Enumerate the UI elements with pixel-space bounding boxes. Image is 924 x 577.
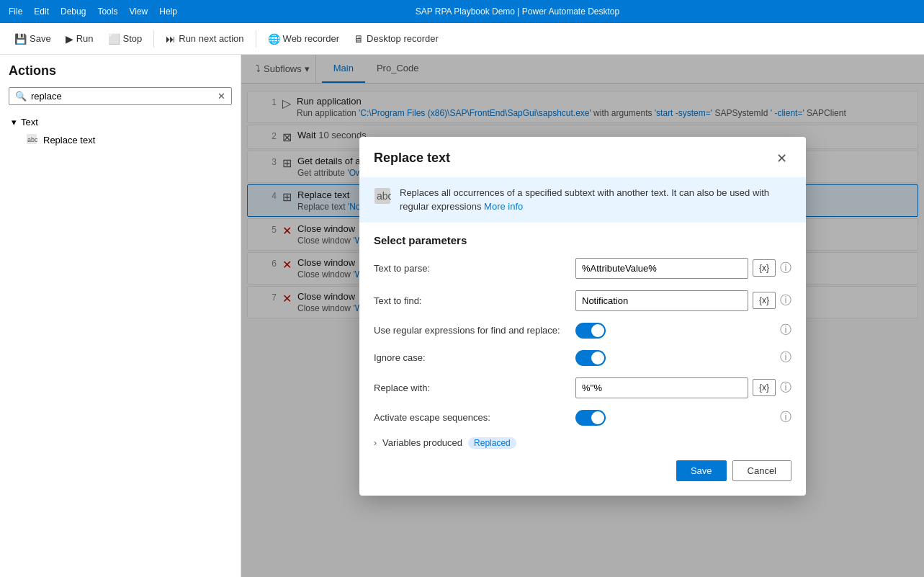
content-area: ⤵ Subflows ▾ Main Pro_Code 1 ▷ Run appli… — [241, 55, 924, 577]
variables-header[interactable]: › Variables produced Replaced — [374, 437, 791, 449]
param-row-regex: Use regular expressions for find and rep… — [374, 323, 791, 339]
text-to-parse-info-icon[interactable]: ⓘ — [780, 261, 791, 276]
param-row-ignore-case: Ignore case: ⓘ — [374, 350, 791, 366]
text-to-find-input[interactable] — [575, 290, 748, 311]
sidebar: Actions 🔍 ✕ ▾ Text abc Replace text — [0, 55, 241, 577]
chevron-down-icon: ▾ — [12, 117, 17, 128]
escape-toggle[interactable] — [575, 410, 606, 426]
param-input-wrap — [575, 410, 776, 426]
web-recorder-button[interactable]: 🌐 Web recorder — [262, 30, 346, 48]
desktop-recorder-icon: 🖥 — [354, 33, 364, 45]
variables-section: › Variables produced Replaced — [359, 437, 806, 449]
param-label: Text to find: — [374, 295, 575, 306]
search-box: 🔍 ✕ — [9, 87, 232, 105]
sidebar-title: Actions — [9, 63, 232, 79]
variables-chevron-icon: › — [374, 438, 377, 448]
toggle-thumb — [591, 411, 604, 424]
dialog-info-text: Replaces all occurrences of a specified … — [400, 186, 791, 214]
param-label: Activate escape sequences: — [374, 412, 575, 423]
param-input-wrap: {x} — [575, 377, 776, 398]
menu-bar[interactable]: File Edit Debug Tools View Help — [9, 6, 177, 17]
menu-help[interactable]: Help — [159, 6, 177, 17]
separator — [153, 30, 154, 48]
app-title: SAP RPA Playbook Demo | Power Automate D… — [416, 6, 619, 17]
menu-view[interactable]: View — [129, 6, 148, 17]
clear-search-icon[interactable]: ✕ — [217, 91, 225, 102]
search-input[interactable] — [31, 91, 217, 102]
search-icon: 🔍 — [15, 91, 27, 102]
text-to-parse-input[interactable] — [575, 258, 748, 279]
menu-edit[interactable]: Edit — [34, 6, 49, 17]
param-input-wrap: {x} — [575, 290, 776, 311]
variables-label: Variables produced — [382, 437, 462, 448]
text-to-find-info-icon[interactable]: ⓘ — [780, 293, 791, 308]
ignore-case-toggle[interactable] — [575, 350, 606, 366]
menu-debug[interactable]: Debug — [60, 6, 86, 17]
title-bar: File Edit Debug Tools View Help SAP RPA … — [0, 0, 924, 23]
dialog-info-banner: abc Replaces all occurrences of a specif… — [359, 177, 806, 223]
stop-icon: ⬜ — [108, 33, 120, 45]
svg-text:abc: abc — [27, 136, 37, 143]
param-label: Ignore case: — [374, 352, 575, 363]
run-next-button[interactable]: ⏭ Run next action — [160, 30, 249, 48]
section-title: Select parameters — [374, 234, 791, 246]
replace-with-input[interactable] — [575, 377, 748, 398]
save-button[interactable]: 💾 Save — [9, 30, 57, 48]
replace-with-info-icon[interactable]: ⓘ — [780, 380, 791, 395]
replace-text-icon: abc — [26, 133, 37, 147]
toggle-thumb — [591, 324, 604, 337]
param-input-wrap — [575, 323, 776, 339]
dialog-close-button[interactable]: ✕ — [771, 148, 791, 169]
param-row-text-to-parse: Text to parse: {x} ⓘ — [374, 258, 791, 279]
param-input-wrap: {x} — [575, 258, 776, 279]
param-label: Replace with: — [374, 383, 575, 393]
sidebar-item-replace-text[interactable]: abc Replace text — [9, 130, 232, 150]
run-button[interactable]: ▶ Run — [60, 30, 99, 48]
separator2 — [256, 30, 256, 48]
regex-toggle[interactable] — [575, 323, 606, 339]
svg-text:abc: abc — [377, 190, 391, 202]
dialog-footer: Save Cancel — [359, 449, 806, 481]
param-row-replace-with: Replace with: {x} ⓘ — [374, 377, 791, 398]
replace-with-var-button[interactable]: {x} — [753, 379, 776, 396]
stop-button[interactable]: ⬜ Stop — [102, 30, 148, 48]
dialog-title: Replace text — [374, 151, 450, 166]
param-label: Text to parse: — [374, 263, 575, 274]
main-layout: Actions 🔍 ✕ ▾ Text abc Replace text — [0, 55, 924, 577]
run-icon: ▶ — [66, 33, 73, 45]
menu-tools[interactable]: Tools — [97, 6, 117, 17]
desktop-recorder-button[interactable]: 🖥 Desktop recorder — [348, 30, 444, 48]
ignore-case-info-icon[interactable]: ⓘ — [780, 350, 791, 365]
param-input-wrap — [575, 350, 776, 366]
save-icon: 💾 — [14, 33, 27, 45]
action-category-text: ▾ Text abc Replace text — [9, 114, 232, 150]
dialog-body: Select parameters Text to parse: {x} ⓘ T… — [359, 234, 806, 426]
escape-info-icon[interactable]: ⓘ — [780, 410, 791, 425]
variable-badge: Replaced — [468, 437, 516, 449]
info-icon: abc — [374, 187, 391, 208]
param-row-escape: Activate escape sequences: ⓘ — [374, 410, 791, 426]
dialog-header: Replace text ✕ — [359, 137, 806, 177]
toggle-thumb — [591, 352, 604, 364]
dialog-save-button[interactable]: Save — [676, 460, 727, 481]
dialog-cancel-button[interactable]: Cancel — [732, 460, 791, 481]
text-to-find-var-button[interactable]: {x} — [753, 292, 776, 309]
param-label: Use regular expressions for find and rep… — [374, 325, 575, 336]
text-to-parse-var-button[interactable]: {x} — [753, 259, 776, 277]
regex-info-icon[interactable]: ⓘ — [780, 323, 791, 338]
more-info-link[interactable]: More info — [484, 201, 523, 212]
run-next-icon: ⏭ — [166, 33, 176, 45]
param-row-text-to-find: Text to find: {x} ⓘ — [374, 290, 791, 311]
category-header-text[interactable]: ▾ Text — [9, 114, 232, 130]
replace-text-dialog: Replace text ✕ abc Replaces all occurren… — [359, 137, 806, 496]
menu-file[interactable]: File — [9, 6, 22, 17]
toolbar: 💾 Save ▶ Run ⬜ Stop ⏭ Run next action 🌐 … — [0, 23, 924, 55]
web-recorder-icon: 🌐 — [268, 33, 280, 45]
